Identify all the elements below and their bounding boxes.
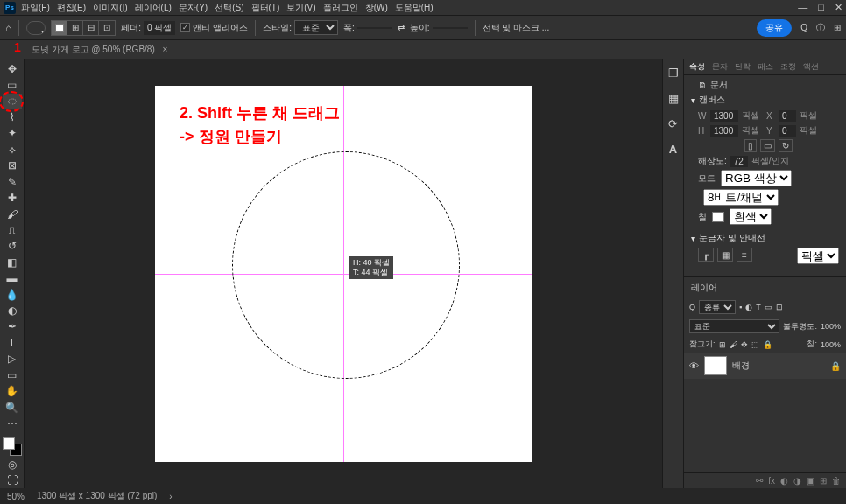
fill-opacity-value[interactable]: 100% bbox=[821, 340, 841, 349]
shape-tool[interactable]: ▭ bbox=[3, 368, 22, 382]
screenmode-tool[interactable]: ⛶ bbox=[3, 472, 22, 487]
search-icon[interactable]: Q bbox=[800, 23, 807, 32]
new-layer-icon[interactable]: ⊞ bbox=[820, 476, 827, 486]
pen-tool[interactable]: ✒ bbox=[3, 319, 22, 334]
layer-row[interactable]: 👁 배경 🔒 bbox=[684, 353, 846, 379]
color-swatches[interactable] bbox=[3, 438, 22, 456]
tab-close-icon[interactable]: × bbox=[163, 45, 168, 54]
y-value[interactable]: 0 bbox=[779, 125, 796, 136]
mask-icon[interactable]: ◐ bbox=[780, 476, 788, 486]
filter-icon[interactable]: Q bbox=[689, 303, 695, 312]
canvas[interactable]: H: 40 픽셀 T: 44 픽셀 2. Shift 누른 채 드래그 -> 정… bbox=[155, 86, 532, 462]
close-button[interactable]: ✕ bbox=[835, 2, 842, 13]
lasso-tool[interactable]: ⌇ bbox=[3, 109, 22, 124]
grid-icon[interactable]: ▦ bbox=[717, 248, 733, 262]
character-panel-icon[interactable]: A bbox=[669, 143, 677, 156]
eraser-tool[interactable]: ◧ bbox=[3, 255, 22, 270]
menu-view[interactable]: 보기(V) bbox=[286, 2, 315, 14]
filter-smart-icon[interactable]: ⊡ bbox=[776, 303, 783, 312]
swatches-panel-icon[interactable]: ▦ bbox=[668, 92, 679, 105]
info-chevron-icon[interactable]: › bbox=[169, 492, 172, 501]
tab-character[interactable]: 문자 bbox=[712, 61, 728, 73]
menu-file[interactable]: 파일(F) bbox=[21, 2, 50, 14]
move-tool[interactable]: ✥ bbox=[3, 61, 22, 76]
group-icon[interactable]: ▣ bbox=[807, 476, 814, 486]
feather-input[interactable]: 0 픽셀 bbox=[144, 21, 175, 35]
ellipse-marquee-tool[interactable] bbox=[3, 94, 22, 108]
menu-select[interactable]: 선택(S) bbox=[215, 2, 243, 14]
frame-tool[interactable]: ⊠ bbox=[3, 158, 22, 173]
layer-name[interactable]: 배경 bbox=[732, 360, 750, 372]
fill-swatch[interactable] bbox=[712, 212, 724, 222]
color-mode-select[interactable]: RGB 색상 bbox=[721, 170, 792, 186]
stamp-tool[interactable]: ⎍ bbox=[3, 222, 22, 237]
opacity-value[interactable]: 100% bbox=[821, 322, 841, 331]
zoom-tool[interactable]: 🔍 bbox=[3, 400, 22, 415]
color-panel-icon[interactable]: ❐ bbox=[668, 66, 679, 80]
help-icon[interactable]: ⓘ bbox=[816, 22, 825, 34]
menu-edit[interactable]: 편집(E) bbox=[57, 2, 86, 14]
history-panel-icon[interactable]: ⟳ bbox=[668, 117, 678, 130]
rulers-section-toggle[interactable]: ▾눈금자 및 안내선 bbox=[691, 232, 839, 244]
canvas-section-toggle[interactable]: ▾캔버스 bbox=[691, 94, 839, 106]
crop-tool[interactable]: ⟡ bbox=[3, 142, 22, 157]
filter-kind-select[interactable]: 종류 bbox=[699, 300, 736, 314]
menu-filter[interactable]: 필터(T) bbox=[251, 2, 280, 14]
rotate-icon[interactable]: ↻ bbox=[779, 139, 793, 152]
wand-tool[interactable]: ✦ bbox=[3, 126, 22, 141]
menu-plugin[interactable]: 플러그인 bbox=[323, 2, 358, 14]
tool-preset-icon[interactable]: ▾ bbox=[26, 21, 46, 35]
edit-toolbar[interactable]: ⋯ bbox=[3, 416, 22, 430]
filter-type-icon[interactable]: T bbox=[756, 303, 761, 312]
filter-shape-icon[interactable]: ▭ bbox=[765, 303, 772, 312]
fx-icon[interactable]: fx bbox=[768, 476, 775, 486]
tab-adjustments[interactable]: 조정 bbox=[780, 61, 796, 73]
eyedropper-tool[interactable]: ✎ bbox=[3, 174, 22, 189]
lock-pos-icon[interactable]: ✥ bbox=[741, 340, 748, 349]
lock-trans-icon[interactable]: ⊞ bbox=[719, 340, 726, 349]
blend-mode-select[interactable]: 표준 bbox=[689, 319, 779, 333]
hand-tool[interactable]: ✋ bbox=[3, 383, 22, 398]
delete-icon[interactable]: 🗑 bbox=[832, 476, 841, 486]
guides-icon[interactable]: ≡ bbox=[737, 248, 752, 262]
antialias-checkbox[interactable]: ✓ bbox=[180, 23, 190, 32]
res-value[interactable]: 72 bbox=[730, 156, 748, 167]
sel-subtract[interactable]: ⊟ bbox=[83, 21, 99, 35]
fill-select[interactable]: 흰색 bbox=[730, 208, 772, 225]
sel-add[interactable]: ⊞ bbox=[67, 21, 83, 35]
menu-help[interactable]: 도움말(H) bbox=[395, 2, 434, 14]
marquee-tool[interactable]: ▭ bbox=[3, 77, 22, 92]
swap-wh-icon[interactable]: ⇄ bbox=[398, 23, 405, 32]
height-value[interactable]: 1300 bbox=[710, 125, 738, 136]
menu-image[interactable]: 이미지(I) bbox=[93, 2, 127, 14]
lock-nest-icon[interactable]: ⬚ bbox=[751, 340, 759, 349]
tab-properties[interactable]: 속성 bbox=[689, 61, 705, 73]
path-select-tool[interactable]: ▷ bbox=[3, 352, 22, 367]
orient-portrait-icon[interactable]: ▯ bbox=[744, 139, 757, 152]
style-select[interactable]: 표준 bbox=[294, 20, 338, 35]
menu-layer[interactable]: 레이어(L) bbox=[135, 2, 172, 14]
filter-adj-icon[interactable]: ◐ bbox=[745, 303, 752, 312]
sel-new[interactable] bbox=[52, 21, 67, 35]
visibility-icon[interactable]: 👁 bbox=[689, 360, 699, 371]
maximize-button[interactable]: □ bbox=[818, 2, 824, 13]
gradient-tool[interactable]: ▬ bbox=[3, 270, 22, 285]
menu-window[interactable]: 창(W) bbox=[365, 2, 388, 14]
canvas-area[interactable]: H: 40 픽셀 T: 44 픽셀 2. Shift 누른 채 드래그 -> 정… bbox=[25, 60, 662, 488]
link-icon[interactable]: ⚯ bbox=[756, 476, 763, 486]
minimize-button[interactable]: — bbox=[798, 2, 807, 13]
history-brush-tool[interactable]: ↺ bbox=[3, 239, 22, 254]
adj-layer-icon[interactable]: ◑ bbox=[793, 476, 801, 486]
width-input[interactable] bbox=[357, 27, 392, 29]
fg-swatch[interactable] bbox=[3, 438, 15, 450]
height-input[interactable] bbox=[433, 27, 468, 29]
zoom-value[interactable]: 50% bbox=[7, 492, 25, 501]
lock-pixel-icon[interactable]: 🖌 bbox=[730, 340, 737, 349]
lock-all-icon[interactable]: 🔒 bbox=[763, 340, 772, 349]
layer-thumbnail[interactable] bbox=[704, 356, 727, 375]
blur-tool[interactable]: 💧 bbox=[3, 287, 22, 302]
orient-landscape-icon[interactable]: ▭ bbox=[760, 139, 775, 152]
lock-icon[interactable]: 🔒 bbox=[830, 361, 841, 371]
dodge-tool[interactable]: ◐ bbox=[3, 303, 22, 318]
brush-tool[interactable]: 🖌 bbox=[3, 206, 22, 221]
